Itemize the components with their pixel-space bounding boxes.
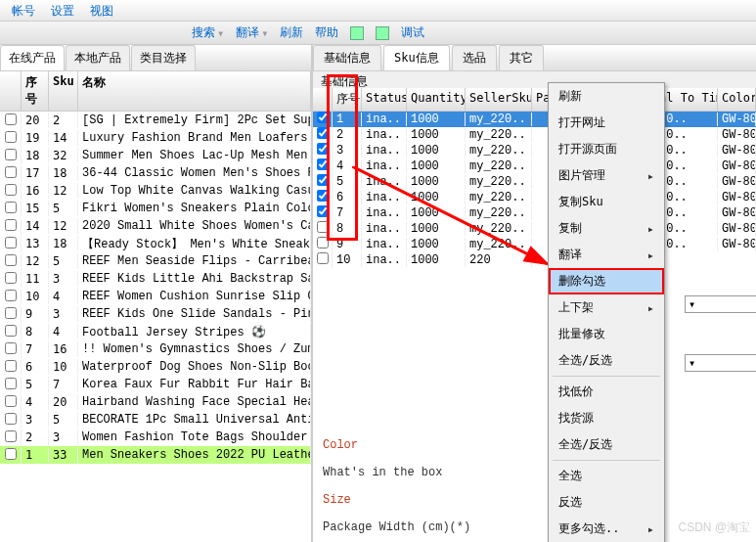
sku-row[interactable]: 2 ina.. 1000 my_220.. 06-15 0.. GW-80 [313,127,756,143]
product-row[interactable]: 7 16 !! Women's Gymnastics Shoes / Zumba [0,340,311,358]
sku-checkbox[interactable] [317,158,329,170]
combo-size[interactable] [685,354,756,372]
tab-other[interactable]: 其它 [499,45,544,70]
combo-color[interactable] [685,295,756,313]
product-row[interactable]: 13 18 【Ready Stock】 Men's White Sneaker [0,235,311,252]
row-checkbox[interactable] [5,272,17,284]
product-row[interactable]: 3 5 BECORATE 1Pc Small Universal Anti-S [0,411,311,429]
menu-item[interactable]: 上下架 [549,294,664,321]
row-checkbox[interactable] [5,149,17,160]
tab-sku-info[interactable]: Sku信息 [383,45,450,70]
menu-item[interactable]: 打开源页面 [549,136,664,162]
col-seq[interactable]: 序号 [22,71,49,111]
product-row[interactable]: 5 7 Korea Faux Fur Rabbit Fur Hair Band [0,376,311,393]
col-name[interactable]: 名称 [78,71,311,111]
product-row[interactable]: 10 4 REEF Women Cushion Sunrise Slip On [0,288,311,305]
tb-refresh[interactable]: 刷新 [274,23,309,43]
tb-translate[interactable]: 翻译▾ [230,23,274,43]
product-row[interactable]: 15 5 Fikri Women's Sneakers Plain Color [0,200,311,217]
skucol-color[interactable]: Color [718,88,756,111]
product-row[interactable]: 9 3 REEF Kids One Slide Sandals - Pink [0,305,311,323]
tb-help[interactable]: 帮助 [309,23,344,43]
row-checkbox[interactable] [5,378,17,389]
menu-item[interactable]: 刷新 [549,83,664,110]
sku-row[interactable]: 7 ina.. 1000 my_220.. 06-15 0.. GW-80 [313,205,756,221]
skucol-sellersku[interactable]: SellerSku [466,88,532,111]
tab-category-select[interactable]: 类目选择 [131,45,196,70]
product-row[interactable]: 19 14 Luxury Fashion Brand Men Loafers S… [0,129,311,147]
row-checkbox[interactable] [5,395,17,407]
sku-row[interactable]: 3 ina.. 1000 my_220.. 06-15 0.. GW-80 [313,143,756,158]
row-checkbox[interactable] [5,131,17,143]
tab-selection[interactable]: 选品 [452,45,497,70]
row-checkbox[interactable] [5,254,17,266]
sku-row[interactable]: 6 ina.. 1000 my_220.. 06-15 0.. GW-80 [313,190,756,205]
menu-item[interactable]: 找低价 [549,379,664,405]
sku-checkbox[interactable] [317,237,329,248]
row-checkbox[interactable] [5,342,17,354]
row-checkbox[interactable] [5,202,17,213]
row-checkbox[interactable] [5,184,17,196]
menu-item[interactable]: 全选/反选 [549,431,664,458]
menu-item[interactable]: 更多勾选.. [549,516,664,542]
sku-row[interactable]: 5 ina.. 1000 my_220.. 06-15 0.. GW-80 [313,174,756,190]
row-checkbox[interactable] [5,166,17,178]
menu-item[interactable]: 全选/反选 [549,347,664,374]
sku-row[interactable]: 1 ina.. 1000 my_220.. 06-15 0.. GW-80 [313,112,756,127]
menu-item[interactable]: 翻译 [549,242,664,268]
menu-item[interactable]: 反选 [549,489,664,516]
menu-settings[interactable]: 设置 [43,0,82,21]
menu-view[interactable]: 视图 [82,0,121,21]
product-row[interactable]: 6 10 Waterproof Dog Shoes Non-Slip Boots [0,358,311,376]
sku-row[interactable]: 10 ina.. 1000 220 [313,252,756,268]
sku-checkbox[interactable] [317,252,329,264]
product-row[interactable]: 4 20 Hairband Washing Face Special Headb [0,393,311,411]
product-row[interactable]: 2 3 Women Fashion Tote Bags Shoulder Cr [0,429,311,446]
row-checkbox[interactable] [5,325,17,337]
product-row[interactable]: 17 18 36-44 Classic Women Men's Shoes Ru… [0,164,311,182]
sku-checkbox[interactable] [317,205,329,217]
sku-row[interactable]: 8 ina.. 1000 my_220.. 06-15 0.. GW-80 [313,221,756,237]
product-row[interactable]: 18 32 Summer Men Shoes Lac-Up Mesh Men C… [0,147,311,164]
tb-icon2[interactable] [370,24,395,42]
row-checkbox[interactable] [5,219,17,231]
menu-account[interactable]: 帐号 [4,0,43,21]
menu-item[interactable]: 图片管理 [549,162,664,189]
product-row[interactable]: 1 33 Men Sneakers Shoes 2022 PU Leather [0,446,311,464]
row-checkbox[interactable] [5,360,17,372]
menu-item[interactable]: 复制Sku [549,189,664,215]
skucol-status[interactable]: Status [362,88,407,111]
tab-online-products[interactable]: 在线产品 [0,45,65,70]
sku-checkbox[interactable] [317,190,329,202]
menu-item[interactable]: 全选 [549,463,664,489]
tab-local-products[interactable]: 本地产品 [66,45,130,70]
menu-item[interactable]: 删除勾选 [549,268,664,294]
product-row[interactable]: 8 4 Football Jersey Stripes ⚽ [0,323,311,340]
menu-item[interactable]: 找货源 [549,405,664,431]
col-sku[interactable]: Sku [49,71,78,111]
row-checkbox[interactable] [5,113,17,125]
menu-item[interactable]: 复制 [549,215,664,242]
row-checkbox[interactable] [5,237,17,248]
sku-checkbox[interactable] [317,127,329,139]
skucol-seq[interactable]: 序号 [333,88,362,111]
row-checkbox[interactable] [5,448,17,460]
product-row[interactable]: 12 5 REEF Men Seaside Flips - Carribean [0,252,311,270]
sku-row[interactable]: 4 ina.. 1000 my_220.. 06-15 0.. GW-80 [313,158,756,174]
row-checkbox[interactable] [5,290,17,301]
product-row[interactable]: 11 3 REEF Kids Little Ahi Backstrap Sand [0,270,311,288]
skucol-qty[interactable]: Quantity [407,88,466,111]
tb-debug[interactable]: 调试 [395,23,430,43]
tab-basic-info[interactable]: 基础信息 [313,45,381,70]
row-checkbox[interactable] [5,307,17,319]
sku-checkbox[interactable] [317,174,329,186]
tb-search[interactable]: 搜索▾ [186,23,230,43]
product-row[interactable]: 16 12 Low Top White Canvas Walking Casua… [0,182,311,200]
sku-checkbox[interactable] [317,143,329,155]
row-checkbox[interactable] [5,413,17,425]
product-row[interactable]: 20 2 [SG | Extremely Firm] 2Pc Set Super [0,112,311,129]
sku-checkbox[interactable] [317,112,329,123]
sku-checkbox[interactable] [317,221,329,233]
product-row[interactable]: 14 12 2020 Small White Shoes Women's Cas… [0,217,311,235]
menu-item[interactable]: 打开网址 [549,110,664,136]
